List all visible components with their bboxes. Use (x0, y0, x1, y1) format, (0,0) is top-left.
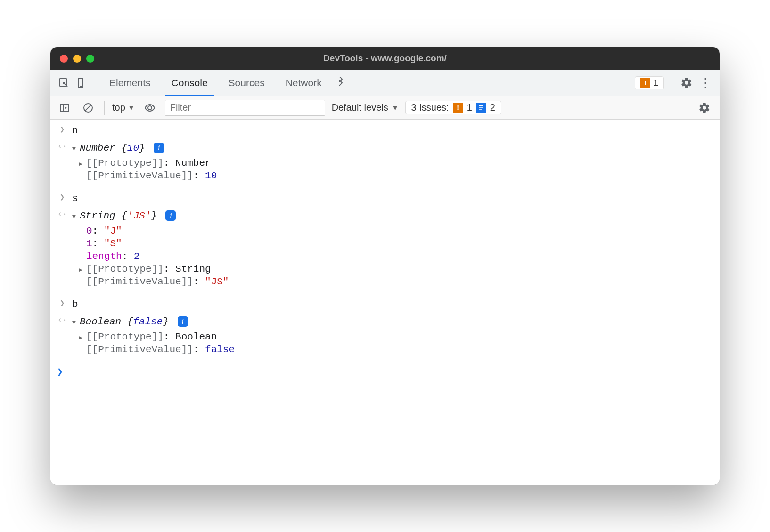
info-badge-icon[interactable]: i (178, 316, 188, 327)
object-property[interactable]: [[Prototype]]: String (79, 263, 720, 275)
more-tabs-icon[interactable] (332, 74, 349, 91)
object-summary[interactable]: Boolean {false} i (72, 314, 713, 330)
console-entry: ❯b‹·Boolean {false} i[[Prototype]]: Bool… (50, 293, 720, 361)
kebab-menu-icon[interactable]: ⋮ (696, 73, 715, 92)
object-summary[interactable]: String {'JS'} i (72, 209, 713, 224)
output-marker-icon: ‹· (57, 141, 67, 151)
chevron-down-icon: ▼ (392, 104, 399, 112)
inspect-element-icon[interactable] (55, 74, 72, 91)
object-property[interactable]: [[PrimitiveValue]]: "JS" (79, 275, 720, 288)
svg-rect-3 (60, 104, 69, 112)
info-badge-icon[interactable]: i (154, 143, 164, 153)
output-marker-icon: ‹· (57, 209, 67, 218)
object-property[interactable]: [[PrimitiveValue]]: false (79, 343, 720, 356)
panel-tabstrip: Elements Console Sources Network ! 1 ⋮ (50, 70, 720, 96)
object-properties: 0: "J"1: "S"length: 2[[Prototype]]: Stri… (50, 225, 720, 288)
device-toolbar-icon[interactable] (72, 74, 89, 91)
object-property[interactable]: length: 2 (79, 250, 720, 263)
log-levels-selector[interactable]: Default levels ▼ (332, 102, 399, 113)
info-icon (476, 103, 486, 113)
zoom-window-button[interactable] (86, 55, 94, 63)
issues-label: 3 Issues: (411, 102, 449, 113)
input-marker-icon: ❯ (57, 123, 67, 134)
tab-elements[interactable]: Elements (99, 70, 161, 96)
window-title: DevTools - www.google.com/ (50, 53, 720, 64)
warning-icon: ! (640, 78, 650, 88)
expand-toggle-icon[interactable] (79, 158, 86, 169)
tab-sources[interactable]: Sources (218, 70, 275, 96)
close-window-button[interactable] (60, 55, 68, 63)
object-property[interactable]: [[Prototype]]: Boolean (79, 330, 720, 343)
input-marker-icon: ❯ (57, 297, 67, 308)
divider (94, 76, 94, 90)
object-property[interactable]: 0: "J" (79, 225, 720, 237)
issues-info-count: 2 (490, 102, 495, 113)
input-marker-icon: ❯ (57, 191, 67, 202)
levels-label: Default levels (332, 102, 388, 113)
clear-console-icon[interactable] (80, 99, 97, 116)
divider (672, 76, 672, 90)
expand-toggle-icon[interactable] (79, 331, 86, 342)
prompt-caret-icon: ❯ (57, 367, 63, 378)
object-property[interactable]: [[Prototype]]: Number (79, 157, 720, 169)
tab-network[interactable]: Network (275, 70, 332, 96)
issues-warn-count: 1 (467, 102, 472, 113)
devtools-window: DevTools - www.google.com/ Elements Cons… (50, 47, 720, 485)
info-badge-icon[interactable]: i (165, 210, 176, 221)
console-entry: ❯n‹·Number {10} i[[Prototype]]: Number[[… (50, 120, 720, 187)
svg-marker-5 (65, 107, 67, 109)
console-input-text: s (72, 191, 713, 207)
divider (104, 101, 105, 115)
expand-toggle-icon[interactable] (72, 209, 80, 224)
tab-console[interactable]: Console (161, 70, 218, 96)
object-property[interactable]: 1: "S" (79, 237, 720, 250)
object-property[interactable]: [[PrimitiveValue]]: 10 (79, 169, 720, 182)
console-output[interactable]: ❯n‹·Number {10} i[[Prototype]]: Number[[… (50, 120, 720, 485)
object-properties: [[Prototype]]: Boolean[[PrimitiveValue]]… (50, 330, 720, 356)
filter-input[interactable] (165, 100, 325, 116)
console-input-text: n (72, 123, 713, 139)
svg-line-7 (85, 105, 91, 111)
expand-toggle-icon[interactable] (72, 141, 80, 156)
context-label: top (112, 102, 125, 113)
sidebar-toggle-icon[interactable] (56, 99, 73, 116)
execution-context-selector[interactable]: top ▼ (112, 102, 135, 113)
object-properties: [[Prototype]]: Number[[PrimitiveValue]]:… (50, 157, 720, 182)
console-toolbar: top ▼ Default levels ▼ 3 Issues: ! 1 2 (50, 96, 720, 120)
console-prompt[interactable]: ❯ (50, 361, 720, 382)
chevron-down-icon: ▼ (128, 104, 135, 112)
output-marker-icon: ‹· (57, 314, 67, 324)
warnings-badge[interactable]: ! 1 (635, 76, 664, 89)
issues-counter[interactable]: 3 Issues: ! 1 2 (405, 101, 501, 114)
settings-icon[interactable] (677, 73, 696, 92)
console-settings-icon[interactable] (695, 98, 714, 117)
warning-count: 1 (653, 78, 658, 88)
expand-toggle-icon[interactable] (72, 314, 80, 330)
window-controls (50, 55, 94, 63)
live-expression-icon[interactable] (141, 99, 158, 116)
console-entry: ❯s‹·String {'JS'} i0: "J"1: "S"length: 2… (50, 187, 720, 293)
minimize-window-button[interactable] (73, 55, 81, 63)
console-input-text: b (72, 297, 713, 313)
panel-tabs: Elements Console Sources Network (99, 70, 332, 96)
object-summary[interactable]: Number {10} i (72, 141, 713, 156)
expand-toggle-icon[interactable] (79, 264, 86, 274)
titlebar: DevTools - www.google.com/ (50, 47, 720, 70)
warning-icon: ! (453, 103, 463, 113)
